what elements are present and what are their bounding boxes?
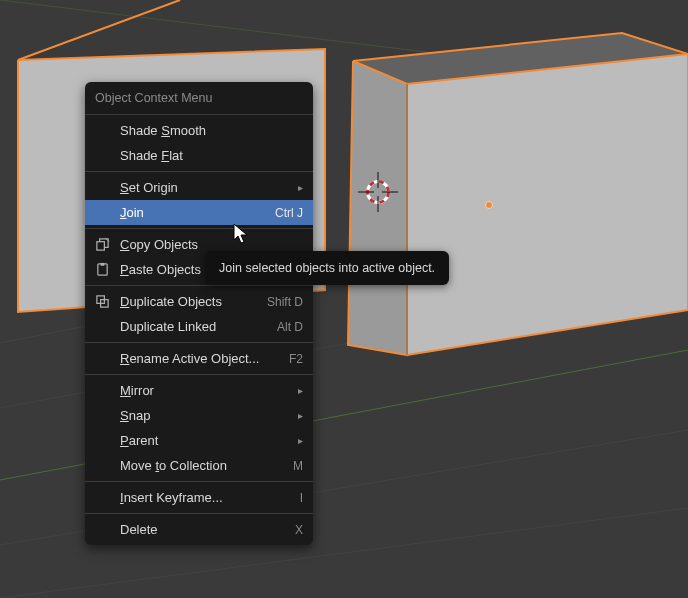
menu-item-label: Copy Objects bbox=[120, 237, 303, 252]
paste-icon bbox=[95, 262, 120, 277]
tooltip: Join selected objects into active object… bbox=[205, 251, 449, 285]
menu-item-hotkey: Ctrl J bbox=[265, 206, 303, 220]
chevron-right-icon: ▸ bbox=[288, 435, 303, 446]
svg-marker-11 bbox=[407, 54, 688, 355]
menu-item-label: Duplicate Objects bbox=[120, 294, 257, 309]
menu-item-delete[interactable]: DeleteX bbox=[85, 517, 313, 542]
svg-rect-23 bbox=[101, 263, 105, 266]
menu-item-rename-active-object[interactable]: Rename Active Object...F2 bbox=[85, 346, 313, 371]
menu-title: Object Context Menu bbox=[85, 85, 313, 111]
cube-right[interactable] bbox=[348, 33, 688, 355]
menu-separator bbox=[85, 285, 313, 286]
menu-item-shade-smooth[interactable]: Shade Smooth bbox=[85, 118, 313, 143]
menu-separator bbox=[85, 228, 313, 229]
menu-item-label: Mirror bbox=[120, 383, 288, 398]
menu-item-label: Move to Collection bbox=[120, 458, 283, 473]
chevron-right-icon: ▸ bbox=[288, 410, 303, 421]
copy-icon bbox=[95, 237, 120, 252]
object-context-menu[interactable]: Object Context Menu Shade SmoothShade Fl… bbox=[85, 82, 313, 545]
duplicate-icon bbox=[95, 294, 120, 309]
menu-item-parent[interactable]: Parent▸ bbox=[85, 428, 313, 453]
svg-rect-21 bbox=[97, 242, 105, 250]
menu-item-mirror[interactable]: Mirror▸ bbox=[85, 378, 313, 403]
menu-separator bbox=[85, 481, 313, 482]
menu-item-hotkey: Alt D bbox=[267, 320, 303, 334]
menu-separator bbox=[85, 171, 313, 172]
menu-item-join[interactable]: JoinCtrl J bbox=[85, 200, 313, 225]
menu-item-label: Join bbox=[120, 205, 265, 220]
menu-item-label: Duplicate Linked bbox=[120, 319, 267, 334]
menu-item-hotkey: I bbox=[290, 491, 303, 505]
menu-separator bbox=[85, 374, 313, 375]
menu-item-duplicate-linked[interactable]: Duplicate LinkedAlt D bbox=[85, 314, 313, 339]
menu-item-label: Insert Keyframe... bbox=[120, 490, 290, 505]
menu-item-shade-flat[interactable]: Shade Flat bbox=[85, 143, 313, 168]
menu-item-duplicate-objects[interactable]: Duplicate ObjectsShift D bbox=[85, 289, 313, 314]
menu-item-label: Shade Smooth bbox=[120, 123, 303, 138]
menu-item-hotkey: F2 bbox=[279, 352, 303, 366]
menu-item-hotkey: X bbox=[285, 523, 303, 537]
menu-item-label: Parent bbox=[120, 433, 288, 448]
menu-item-label: Rename Active Object... bbox=[120, 351, 279, 366]
menu-item-snap[interactable]: Snap▸ bbox=[85, 403, 313, 428]
menu-item-label: Delete bbox=[120, 522, 285, 537]
object-origin-dot bbox=[486, 202, 493, 209]
menu-item-insert-keyframe[interactable]: Insert Keyframe...I bbox=[85, 485, 313, 510]
chevron-right-icon: ▸ bbox=[288, 182, 303, 193]
menu-separator bbox=[85, 114, 313, 115]
menu-item-hotkey: M bbox=[283, 459, 303, 473]
menu-item-hotkey: Shift D bbox=[257, 295, 303, 309]
menu-item-label: Shade Flat bbox=[120, 148, 303, 163]
menu-separator bbox=[85, 513, 313, 514]
menu-item-move-to-collection[interactable]: Move to CollectionM bbox=[85, 453, 313, 478]
menu-item-label: Set Origin bbox=[120, 180, 288, 195]
chevron-right-icon: ▸ bbox=[288, 385, 303, 396]
menu-separator bbox=[85, 342, 313, 343]
menu-item-label: Snap bbox=[120, 408, 288, 423]
menu-item-set-origin[interactable]: Set Origin▸ bbox=[85, 175, 313, 200]
